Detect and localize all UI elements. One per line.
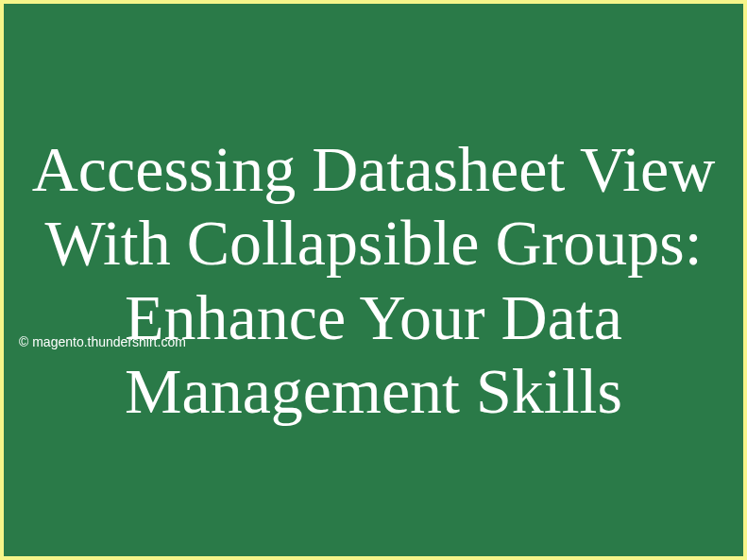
main-title: Accessing Datasheet View With Collapsibl… <box>4 132 743 428</box>
content-card: Accessing Datasheet View With Collapsibl… <box>4 4 743 556</box>
watermark-text: © magento.thundershirt.com <box>19 334 186 349</box>
